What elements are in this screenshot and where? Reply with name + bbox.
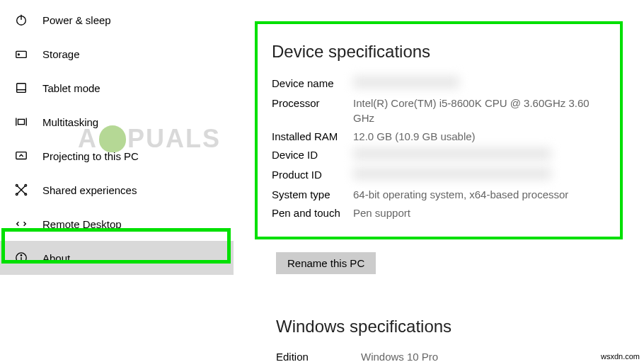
sidebar: Power & sleep Storage Tablet mode Multit… bbox=[0, 0, 234, 362]
main-content: Device specifications Device name Proces… bbox=[234, 0, 644, 362]
svg-rect-8 bbox=[18, 119, 25, 124]
device-specs-heading: Device specifications bbox=[272, 42, 606, 62]
spec-row-device-name: Device name bbox=[272, 76, 606, 92]
spec-label: Installed RAM bbox=[272, 129, 353, 144]
multitasking-icon bbox=[14, 115, 28, 129]
svg-point-18 bbox=[21, 255, 21, 256]
watermark: APUALS bbox=[78, 124, 221, 154]
spec-label: Pen and touch bbox=[272, 205, 353, 220]
sidebar-item-label: Tablet mode bbox=[42, 82, 100, 94]
spec-value-system-type: 64-bit operating system, x64-based proce… bbox=[353, 187, 606, 202]
sidebar-item-tablet-mode[interactable]: Tablet mode bbox=[0, 71, 234, 105]
windows-specs-heading: Windows specifications bbox=[276, 317, 623, 336]
spec-row-system-type: System type 64-bit operating system, x64… bbox=[272, 187, 606, 202]
sidebar-item-power-sleep[interactable]: Power & sleep bbox=[0, 3, 234, 37]
spec-value-processor: Intel(R) Core(TM) i5-8600K CPU @ 3.60GHz… bbox=[353, 96, 606, 125]
shared-icon bbox=[14, 183, 28, 197]
spec-row-pen-touch: Pen and touch Pen support bbox=[272, 205, 606, 220]
spec-value-device-id bbox=[353, 147, 606, 164]
spec-label: Processor bbox=[272, 96, 353, 111]
spec-label: Device ID bbox=[272, 147, 353, 162]
spec-value-pen-touch: Pen support bbox=[353, 205, 606, 220]
windows-specifications-section: Windows specifications Edition Windows 1… bbox=[276, 317, 623, 362]
sidebar-item-label: Shared experiences bbox=[42, 184, 137, 196]
sidebar-item-remote-desktop[interactable]: Remote Desktop bbox=[0, 207, 234, 241]
about-icon bbox=[14, 251, 28, 265]
spec-row-device-id: Device ID bbox=[272, 147, 606, 164]
spec-row-product-id: Product ID bbox=[272, 167, 606, 183]
sidebar-item-label: Power & sleep bbox=[42, 14, 111, 26]
remote-desktop-icon bbox=[14, 217, 28, 231]
attribution: wsxdn.com bbox=[601, 352, 640, 361]
spec-label: Edition bbox=[276, 349, 361, 362]
sidebar-item-label: Storage bbox=[42, 48, 80, 60]
sidebar-item-shared-experiences[interactable]: Shared experiences bbox=[0, 173, 234, 207]
spec-value-ram: 12.0 GB (10.9 GB usable) bbox=[353, 129, 606, 144]
device-specifications-section: Device specifications Device name Proces… bbox=[255, 21, 623, 239]
sidebar-item-label: Remote Desktop bbox=[42, 218, 122, 230]
spec-row-processor: Processor Intel(R) Core(TM) i5-8600K CPU… bbox=[272, 96, 606, 125]
spec-label: Device name bbox=[272, 76, 353, 91]
spec-label: System type bbox=[272, 187, 353, 202]
tablet-icon bbox=[14, 81, 28, 95]
svg-rect-9 bbox=[16, 152, 26, 159]
svg-point-3 bbox=[18, 54, 20, 55]
sidebar-item-about[interactable]: About bbox=[0, 241, 234, 275]
sidebar-item-storage[interactable]: Storage bbox=[0, 37, 234, 71]
spec-row-ram: Installed RAM 12.0 GB (10.9 GB usable) bbox=[272, 129, 606, 144]
projecting-icon bbox=[14, 149, 28, 163]
spec-value-device-name bbox=[353, 76, 606, 92]
spec-row-edition: Edition Windows 10 Pro bbox=[276, 349, 623, 362]
sidebar-item-label: About bbox=[42, 252, 70, 264]
spec-label: Product ID bbox=[272, 167, 353, 182]
storage-icon bbox=[14, 47, 28, 61]
svg-rect-4 bbox=[17, 84, 26, 93]
spec-value-edition: Windows 10 Pro bbox=[361, 349, 623, 362]
spec-value-product-id bbox=[353, 167, 606, 183]
power-icon bbox=[14, 13, 28, 27]
rename-pc-button[interactable]: Rename this PC bbox=[276, 252, 376, 274]
